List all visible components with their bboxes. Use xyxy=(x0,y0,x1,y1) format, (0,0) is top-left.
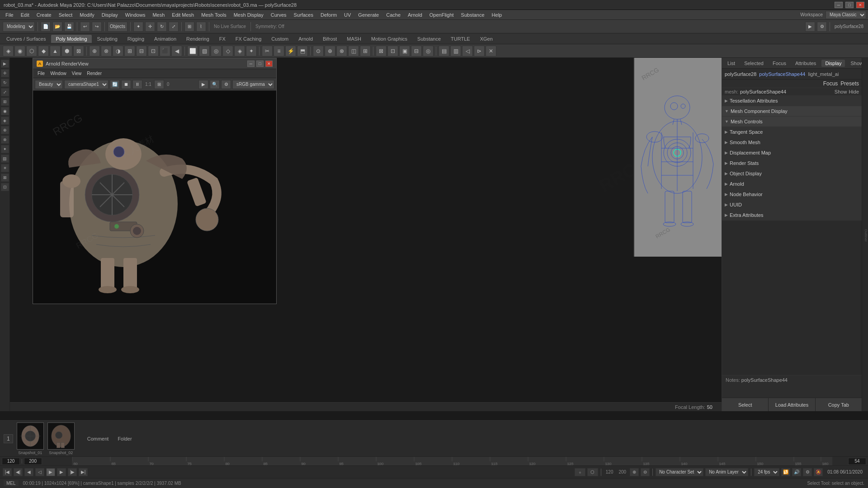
menu-openflight[interactable]: OpenFlight xyxy=(426,11,458,19)
wireframe-panel[interactable]: RRCG RRCG xyxy=(633,58,722,257)
hide-button[interactable]: Hide xyxy=(849,89,859,94)
tab-bifrost[interactable]: Bifrost xyxy=(318,35,341,43)
focus-button[interactable]: Focus xyxy=(823,80,838,87)
auto-key-button[interactable]: ⬡ xyxy=(587,468,598,476)
icon-select[interactable]: ◈ xyxy=(3,46,14,56)
undo-button[interactable]: ↩ xyxy=(80,22,90,32)
icon-collapse[interactable]: ⬛ xyxy=(160,46,170,56)
icon-face[interactable]: ⬢ xyxy=(61,46,72,56)
arnold-menu-view[interactable]: View xyxy=(69,71,85,76)
menu-arnold[interactable]: Arnold xyxy=(404,11,426,19)
icon-mirror[interactable]: ◫ xyxy=(348,46,359,56)
tab-sculpting[interactable]: Sculpting xyxy=(93,35,122,43)
menu-cache[interactable]: Cache xyxy=(382,11,404,19)
icon-uvs[interactable]: ⊠ xyxy=(73,46,84,56)
menu-curves[interactable]: Curves xyxy=(267,11,290,19)
sidebar-universal[interactable]: ⊞ xyxy=(1,98,9,106)
viewport-area[interactable]: 人人素材 RRCG RRCG A Arnold RenderView ─ □ ✕… xyxy=(10,58,722,411)
end-frame-input[interactable] xyxy=(24,458,42,465)
arnold-play-btn[interactable]: ▶ xyxy=(198,80,208,89)
mode-indicator[interactable]: MEL xyxy=(4,480,19,486)
icon-edge[interactable]: ▲ xyxy=(50,46,61,56)
icon-reduce[interactable]: ◈ xyxy=(234,46,245,56)
menu-substance[interactable]: Substance xyxy=(458,11,488,19)
objects-button[interactable]: Objects xyxy=(108,22,127,32)
icon-duplicate[interactable]: ⊗ xyxy=(336,46,347,56)
icon-remesh[interactable]: ◇ xyxy=(222,46,233,56)
prev-key-button[interactable]: ◀| xyxy=(14,468,23,476)
icon-connect[interactable]: ⚡ xyxy=(285,46,296,56)
menu-modify[interactable]: Modify xyxy=(76,11,98,19)
mute-button[interactable]: 🔕 xyxy=(814,468,823,476)
sidebar-paint[interactable]: ✦ xyxy=(1,145,9,153)
menu-select[interactable]: Select xyxy=(55,11,76,19)
icon-cylindrical[interactable]: ⊟ xyxy=(411,46,422,56)
rotate-tool-button[interactable]: ↻ xyxy=(157,22,167,32)
camera-dropdown[interactable]: cameraShape1 xyxy=(64,80,108,89)
icon-cut[interactable]: ✂ xyxy=(262,46,273,56)
current-frame-input[interactable] xyxy=(848,458,866,465)
arnold-menu-render[interactable]: Render xyxy=(84,71,104,76)
copy-tab-button[interactable]: Copy Tab xyxy=(816,398,862,411)
icon-layout[interactable]: ⊡ xyxy=(387,46,398,56)
key-button[interactable]: ⬦ xyxy=(575,468,585,476)
menu-mesh-tools[interactable]: Mesh Tools xyxy=(198,11,230,19)
arnold-menu-window[interactable]: Window xyxy=(47,71,69,76)
tab-fx-caching[interactable]: FX Caching xyxy=(231,35,266,43)
arnold-renderview-window[interactable]: A Arnold RenderView ─ □ ✕ File Window Vi… xyxy=(33,58,277,304)
icon-uvset[interactable]: ▤ xyxy=(439,46,449,56)
tab-substance[interactable]: Substance xyxy=(413,35,445,43)
next-key-button[interactable]: |▶ xyxy=(68,468,77,476)
icon-planar[interactable]: ▣ xyxy=(399,46,410,56)
new-scene-button[interactable]: 📄 xyxy=(41,22,51,32)
arnold-maximize[interactable]: □ xyxy=(256,61,264,67)
workspace-dropdown[interactable]: Maya Classic xyxy=(826,11,866,19)
tab-mash[interactable]: MASH xyxy=(342,35,366,43)
icon-append[interactable]: ⊕ xyxy=(325,46,335,56)
section-mesh-controls-header[interactable]: ▼ Mesh Controls xyxy=(722,117,862,127)
menu-uv[interactable]: UV xyxy=(340,11,354,19)
menu-create[interactable]: Create xyxy=(33,11,55,19)
arnold-render-viewport[interactable]: RRCG 人人素材 RRCG xyxy=(33,91,276,304)
icon-merge[interactable]: ◀ xyxy=(171,46,182,56)
icon-fill-hole[interactable]: ⊙ xyxy=(313,46,324,56)
icon-transfer[interactable]: ▥ xyxy=(450,46,461,56)
beauty-dropdown[interactable]: Beauty xyxy=(35,80,63,89)
icon-extrude[interactable]: ⊕ xyxy=(89,46,100,56)
scale-tool-button[interactable]: ⤢ xyxy=(169,22,179,32)
icon-vertex[interactable]: ◆ xyxy=(38,46,49,56)
character-set-dropdown[interactable]: No Character Set xyxy=(656,468,703,476)
shape-name[interactable]: polySurfaceShape44 xyxy=(759,71,805,77)
icon-ring[interactable]: ⊟ xyxy=(136,46,147,56)
section-tessellation-header[interactable]: ▶ Tessellation Attributes xyxy=(722,96,862,106)
tab-turtle[interactable]: TURTLE xyxy=(446,35,475,43)
sidebar-rotate[interactable]: ↻ xyxy=(1,79,9,87)
sidebar-move[interactable]: ✛ xyxy=(1,69,9,77)
play-back-button[interactable]: ◁ xyxy=(35,468,44,476)
menu-mesh[interactable]: Mesh xyxy=(149,11,168,19)
surface-name[interactable]: polySurface28 xyxy=(725,71,756,77)
anim-layer-dropdown[interactable]: No Anim Layer xyxy=(705,468,748,476)
icon-symmetrize[interactable]: ⊳ xyxy=(474,46,485,56)
timeline-bar[interactable]: | 60 65 70 75 80 85 90 95 100 105 110 xyxy=(0,456,868,465)
sidebar-scale[interactable]: ⤢ xyxy=(1,88,9,96)
presets-button[interactable]: Presets xyxy=(840,80,859,87)
icon-flip[interactable]: ◁ xyxy=(462,46,473,56)
menu-file[interactable]: File xyxy=(2,11,17,19)
icon-delete[interactable]: ⊡ xyxy=(148,46,159,56)
icon-separate[interactable]: ▧ xyxy=(199,46,210,56)
timeline-ruler[interactable]: 60 65 70 75 80 85 90 95 100 105 110 115 … xyxy=(72,457,832,465)
settings-button[interactable]: ⚙ xyxy=(803,468,812,476)
arnold-minimize[interactable]: ─ xyxy=(247,61,255,67)
tab-fx[interactable]: FX xyxy=(215,35,230,43)
icon-spherical[interactable]: ◎ xyxy=(423,46,434,56)
section-uuid-header[interactable]: ▶ UUID xyxy=(722,200,862,210)
tab-poly-modeling[interactable]: Poly Modeling xyxy=(51,35,91,43)
thumbnail-2[interactable]: Snapshot_02 xyxy=(47,422,75,455)
icon-lasso[interactable]: ◉ xyxy=(14,46,25,56)
icon-smooth[interactable]: ◎ xyxy=(211,46,222,56)
tab-list[interactable]: List xyxy=(724,60,739,67)
snap-curve-button[interactable]: ⌇ xyxy=(196,22,206,32)
arnold-search-btn[interactable]: 🔍 xyxy=(210,80,220,89)
icon-bridge[interactable]: ⊗ xyxy=(101,46,112,56)
